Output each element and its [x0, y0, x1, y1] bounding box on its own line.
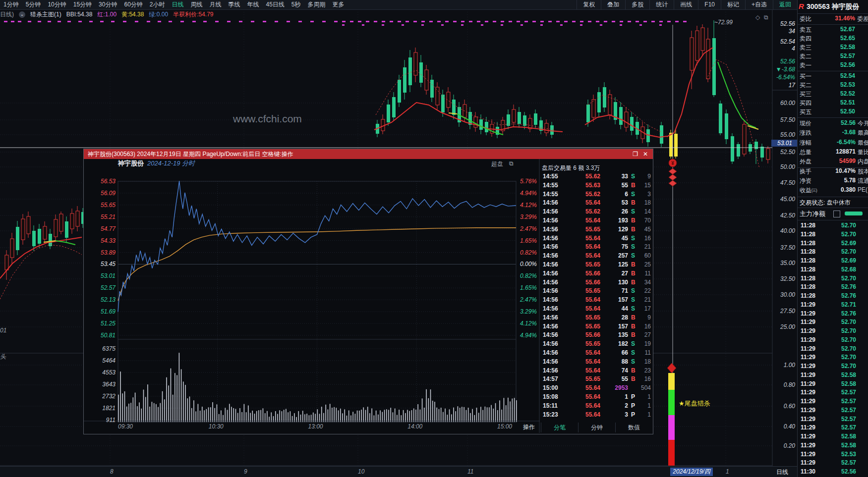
- mini-quote-value: 34: [767, 28, 795, 35]
- tick-row: 11:2952.57: [798, 398, 868, 406]
- tab-分钟[interactable]: 分钟: [578, 423, 615, 432]
- divider: [798, 24, 868, 25]
- period-button-多周期[interactable]: 多周期: [304, 0, 329, 9]
- indicator-segment-0[interactable]: 日线): [0, 10, 14, 19]
- time-axis-label: 10:30: [209, 423, 224, 430]
- trade-price: 55.66: [571, 331, 600, 338]
- weibi-label: 委比: [800, 15, 811, 23]
- trade-row: 14:5655.66135B27: [541, 331, 652, 340]
- period-button-5秒[interactable]: 5秒: [288, 0, 304, 9]
- tick-row: 11:2852.68: [798, 266, 868, 274]
- trade-count: 15: [636, 182, 651, 189]
- ask-row[interactable]: 卖一52.56: [798, 61, 868, 70]
- close-icon[interactable]: ✕: [643, 149, 648, 159]
- period-button-5分钟[interactable]: 5分钟: [22, 0, 45, 9]
- tick-time: 11:28: [801, 240, 815, 247]
- chevron-down-icon[interactable]: ⌄: [19, 11, 25, 18]
- main-net-row[interactable]: 主力净额: [798, 210, 868, 218]
- period-button-年线[interactable]: 年线: [244, 0, 263, 9]
- bid-row[interactable]: 买四52.51: [798, 99, 868, 107]
- tick-time: 11:29: [801, 301, 815, 308]
- price-axis-label: 60.00: [772, 100, 795, 106]
- tick-price: 52.69: [825, 257, 856, 264]
- tick-row: 11:2952.76: [798, 310, 868, 318]
- trade-price: 55.65: [571, 226, 600, 233]
- trade-time: 14:56: [543, 340, 558, 347]
- ask-price: 52.65: [822, 35, 855, 42]
- trade-volume: 135: [602, 331, 628, 338]
- list-icon[interactable]: [833, 211, 840, 217]
- trade-price: 55.64: [571, 296, 600, 303]
- tick-row: 11:2952.57: [798, 459, 868, 468]
- price-axis-label: 0.40: [772, 423, 795, 430]
- popup-titlebar[interactable]: 神宇股份(300563) 2024年12月19日 星期四 PageUp/Down…: [84, 149, 653, 159]
- trade-price: 55.64: [571, 393, 600, 400]
- bid-row[interactable]: 买三52.52: [798, 90, 868, 99]
- bid-label: 买三: [800, 90, 811, 99]
- period-button-60分钟[interactable]: 60分钟: [120, 0, 146, 9]
- bid-row[interactable]: 买一52.54: [798, 72, 868, 81]
- minute-pct-label: 3.29%: [519, 308, 537, 315]
- trade-row: 14:5655.6475S21: [541, 243, 652, 252]
- toolbar-button-返回[interactable]: 返回: [773, 0, 797, 9]
- ask-row[interactable]: 卖五52.67: [798, 26, 868, 34]
- tick-row: 11:2952.71: [798, 301, 868, 310]
- weidiff-label: 委差: [857, 15, 868, 23]
- period-button-30分钟[interactable]: 30分钟: [95, 0, 120, 9]
- period-button-季线[interactable]: 季线: [225, 0, 244, 9]
- minute-price-label: 52.57: [91, 284, 116, 291]
- period-button-月线[interactable]: 月线: [206, 0, 225, 9]
- stock-code-name[interactable]: 300563 神宇股份: [807, 2, 860, 11]
- period-button-15分钟[interactable]: 15分钟: [70, 0, 95, 9]
- panel-icon[interactable]: ⧉: [764, 14, 768, 21]
- toolbar-button-标记[interactable]: 标记: [721, 0, 745, 9]
- tab-分笔[interactable]: 分笔: [541, 423, 578, 432]
- diamond-icon[interactable]: ◇: [755, 14, 760, 21]
- trade-volume: 2953: [602, 384, 628, 391]
- divider: [798, 208, 868, 208]
- trade-volume: 27: [602, 270, 628, 277]
- toolbar-button-画线[interactable]: 画线: [674, 0, 698, 9]
- trade-row: 14:5655.65157B16: [541, 323, 652, 331]
- mini-quote-value: -6.54%: [767, 74, 795, 81]
- tick-time: 11:30: [801, 468, 815, 475]
- period-button-更多[interactable]: 更多: [329, 0, 348, 9]
- trade-count: 22: [636, 287, 651, 294]
- action-button[interactable]: 操作: [523, 423, 535, 431]
- price-axis-label: 0.60: [772, 403, 795, 410]
- stat-value: -6.54%: [817, 139, 856, 146]
- trade-volume: 157: [602, 296, 628, 303]
- toolbar-button-多股[interactable]: 多股: [625, 0, 649, 9]
- maximize-icon[interactable]: ❐: [633, 149, 638, 159]
- tick-time: 11:28: [801, 222, 815, 229]
- ask-row[interactable]: 卖四52.65: [798, 35, 868, 43]
- period-button-日线[interactable]: 日线: [169, 0, 187, 9]
- tick-time: 11:29: [801, 336, 815, 343]
- price-axis-label: 57.50: [772, 116, 795, 123]
- price-axis-label: 37.50: [772, 244, 795, 251]
- tick-time: 11:28: [801, 231, 815, 238]
- ask-row[interactable]: 卖三52.58: [798, 44, 868, 52]
- period-button-1分钟[interactable]: 1分钟: [0, 0, 22, 9]
- toolbar-button-复权[interactable]: 复权: [577, 0, 601, 9]
- toolbar-button-+自选[interactable]: +自选: [745, 0, 773, 9]
- tick-time: 11:29: [801, 354, 815, 361]
- toolbar-button-叠加[interactable]: 叠加: [601, 0, 625, 9]
- period-button-10分钟[interactable]: 10分钟: [44, 0, 69, 9]
- period-button-周线[interactable]: 周线: [187, 0, 206, 9]
- tab-数值[interactable]: 数值: [615, 423, 652, 432]
- bid-row[interactable]: 买五52.50: [798, 108, 868, 116]
- period-button-2小时[interactable]: 2小时: [146, 0, 169, 9]
- intraday-popup-window[interactable]: 神宇股份(300563) 2024年12月19日 星期四 PageUp/Down…: [83, 149, 653, 434]
- indicator-segment-1[interactable]: 猎杀主图(1): [30, 10, 61, 19]
- toolbar-button-统计[interactable]: 统计: [649, 0, 674, 9]
- trade-volume: 74: [602, 367, 628, 374]
- toolbar-button-F10[interactable]: F10: [698, 0, 721, 9]
- ask-row[interactable]: 卖二52.57: [798, 53, 868, 61]
- trade-count: 21: [636, 243, 651, 250]
- minute-chart[interactable]: [84, 159, 540, 433]
- bid-row[interactable]: 买二52.53: [798, 81, 868, 90]
- time-axis-label: 15:00: [497, 423, 512, 430]
- trade-price: 55.65: [571, 314, 600, 321]
- period-button-45日线[interactable]: 45日线: [263, 0, 288, 9]
